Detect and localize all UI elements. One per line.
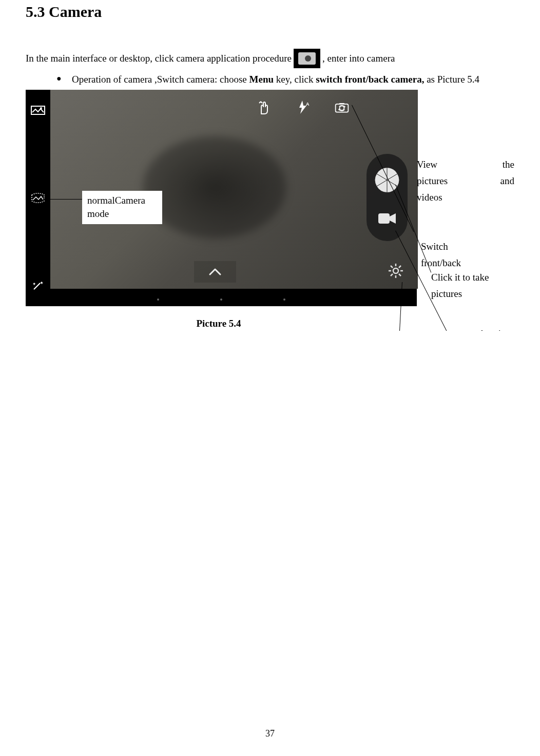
annotation-view-l1: View the [417, 156, 514, 173]
svg-point-4 [340, 106, 344, 110]
svg-rect-12 [378, 213, 390, 224]
svg-line-20 [399, 266, 401, 268]
viewfinder [50, 90, 418, 289]
video-mode-button[interactable] [376, 208, 398, 229]
shutter-pill [367, 154, 408, 241]
bullet-menu-bold: Menu [249, 74, 274, 85]
bullet-suffix: as Picture 5.4 [424, 74, 479, 85]
annotation-switchfb-l1: Switch [421, 238, 503, 255]
bullet-switch-bold: switch front/back camera, [316, 74, 424, 85]
annotation-view-l2: pictures and [417, 173, 514, 189]
nav-dots [157, 298, 285, 301]
figure-area: A normalCamera mode Switch the panoramic… [26, 90, 514, 331]
panorama-mode-icon[interactable] [30, 192, 46, 204]
left-mode-rail [26, 90, 50, 306]
svg-point-1 [40, 107, 42, 109]
bullet-prefix: Operation of camera ,Switch camera: choo… [72, 74, 249, 85]
annotation-switch-fb: Switch front/back [421, 238, 503, 272]
settings-gear-icon[interactable] [386, 261, 406, 281]
callout-normal-mode: normalCamera mode [82, 191, 162, 224]
annotation-take-picture: Click it to take pictures [431, 269, 513, 303]
annotation-takepic-l1: Click it to take [431, 269, 513, 286]
bullet-mid: key, click [274, 74, 316, 85]
annotation-takepic-l2: pictures [431, 286, 513, 302]
intro-after-icon: , enter into camera [322, 51, 395, 66]
camera-app-icon [294, 49, 320, 68]
annotation-view-media: View the pictures and videos [417, 156, 514, 206]
normal-mode-icon[interactable] [30, 104, 46, 115]
svg-line-19 [399, 274, 401, 276]
gesture-icon[interactable] [255, 98, 273, 116]
flash-auto-icon[interactable]: A [294, 98, 312, 116]
top-controls: A [255, 98, 387, 116]
svg-line-18 [391, 266, 393, 268]
annotation-camera-shooting: camera shootin mode [447, 326, 529, 331]
switch-camera-icon[interactable] [333, 98, 351, 116]
intro-paragraph: In the main interface or desktop, click … [26, 49, 514, 68]
effects-mode-icon[interactable] [30, 281, 46, 292]
line-normal [43, 199, 82, 200]
bullet-text: Operation of camera ,Switch camera: choo… [72, 72, 514, 87]
svg-line-21 [391, 274, 393, 276]
annotation-view-l3: videos [417, 189, 514, 206]
bullet-marker: ● [56, 72, 72, 87]
expand-panel-button[interactable] [194, 261, 236, 283]
svg-text:A: A [306, 102, 310, 107]
svg-rect-0 [31, 106, 45, 114]
intro-before-icon: In the main interface or desktop, click … [26, 51, 292, 66]
annotation-camshoot-l1: camera shootin [447, 326, 529, 331]
section-title: 5.3 Camera [26, 0, 514, 23]
figure-caption: Picture 5.4 [0, 316, 514, 331]
bullet-operation: ● Operation of camera ,Switch camera: ch… [56, 72, 514, 87]
svg-point-13 [393, 268, 398, 273]
